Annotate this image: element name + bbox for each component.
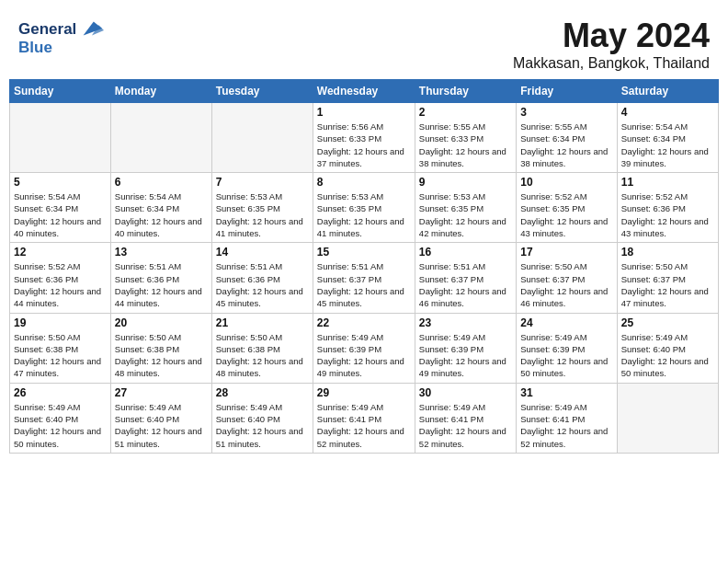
calendar-week-row: 5Sunrise: 5:54 AMSunset: 6:34 PMDaylight… [10,173,719,243]
calendar-cell: 4Sunrise: 5:54 AMSunset: 6:34 PMDaylight… [617,103,718,173]
day-of-week-header: Thursday [415,80,516,103]
calendar-cell: 18Sunrise: 5:50 AMSunset: 6:37 PMDayligh… [617,243,718,313]
day-number: 21 [216,316,309,329]
logo-icon [78,17,104,42]
day-info: Sunrise: 5:54 AMSunset: 6:34 PMDaylight:… [14,190,107,239]
calendar-cell: 14Sunrise: 5:51 AMSunset: 6:36 PMDayligh… [211,243,313,313]
calendar-cell: 20Sunrise: 5:50 AMSunset: 6:38 PMDayligh… [110,313,211,383]
calendar-cell: 29Sunrise: 5:49 AMSunset: 6:41 PMDayligh… [313,383,415,453]
calendar-cell: 8Sunrise: 5:53 AMSunset: 6:35 PMDaylight… [313,173,415,243]
day-number: 16 [419,246,512,259]
calendar-week-row: 26Sunrise: 5:49 AMSunset: 6:40 PMDayligh… [10,383,719,453]
day-number: 25 [621,316,714,329]
day-number: 4 [621,106,714,119]
day-number: 26 [14,386,107,399]
day-number: 9 [419,176,512,189]
calendar-cell: 24Sunrise: 5:49 AMSunset: 6:39 PMDayligh… [517,313,617,383]
calendar-cell: 30Sunrise: 5:49 AMSunset: 6:41 PMDayligh… [415,383,516,453]
calendar-week-row: 12Sunrise: 5:52 AMSunset: 6:36 PMDayligh… [10,243,719,313]
calendar-cell: 1Sunrise: 5:56 AMSunset: 6:33 PMDaylight… [313,103,415,173]
day-info: Sunrise: 5:50 AMSunset: 6:37 PMDaylight:… [520,260,612,309]
location-title: Makkasan, Bangkok, Thailand [513,55,710,72]
calendar-cell: 2Sunrise: 5:55 AMSunset: 6:33 PMDaylight… [415,103,516,173]
day-info: Sunrise: 5:49 AMSunset: 6:40 PMDaylight:… [115,401,208,450]
calendar-cell: 28Sunrise: 5:49 AMSunset: 6:40 PMDayligh… [211,383,313,453]
day-number: 24 [520,316,612,329]
day-info: Sunrise: 5:50 AMSunset: 6:38 PMDaylight:… [115,331,208,380]
calendar-cell: 27Sunrise: 5:49 AMSunset: 6:40 PMDayligh… [110,383,211,453]
day-number: 10 [520,176,612,189]
calendar-cell: 21Sunrise: 5:50 AMSunset: 6:38 PMDayligh… [211,313,313,383]
day-info: Sunrise: 5:51 AMSunset: 6:36 PMDaylight:… [216,260,309,309]
day-info: Sunrise: 5:49 AMSunset: 6:41 PMDaylight:… [419,401,512,450]
day-number: 6 [115,176,208,189]
calendar-cell: 6Sunrise: 5:54 AMSunset: 6:34 PMDaylight… [110,173,211,243]
day-number: 15 [317,246,411,259]
day-info: Sunrise: 5:49 AMSunset: 6:41 PMDaylight:… [317,401,411,450]
day-number: 3 [520,106,612,119]
day-number: 11 [621,176,714,189]
calendar-cell: 26Sunrise: 5:49 AMSunset: 6:40 PMDayligh… [10,383,111,453]
day-info: Sunrise: 5:52 AMSunset: 6:36 PMDaylight:… [14,260,107,309]
calendar-cell [110,103,211,173]
day-info: Sunrise: 5:49 AMSunset: 6:40 PMDaylight:… [14,401,107,450]
day-number: 27 [115,386,208,399]
logo: General Blue [18,17,104,57]
calendar-cell: 16Sunrise: 5:51 AMSunset: 6:37 PMDayligh… [415,243,516,313]
calendar-cell: 17Sunrise: 5:50 AMSunset: 6:37 PMDayligh… [517,243,617,313]
day-info: Sunrise: 5:51 AMSunset: 6:36 PMDaylight:… [115,260,208,309]
day-number: 28 [216,386,309,399]
day-of-week-header: Monday [110,80,211,103]
calendar-cell: 9Sunrise: 5:53 AMSunset: 6:35 PMDaylight… [415,173,516,243]
day-info: Sunrise: 5:56 AMSunset: 6:33 PMDaylight:… [317,121,411,169]
day-info: Sunrise: 5:54 AMSunset: 6:34 PMDaylight:… [115,190,208,239]
day-info: Sunrise: 5:51 AMSunset: 6:37 PMDaylight:… [317,260,411,309]
calendar-cell: 19Sunrise: 5:50 AMSunset: 6:38 PMDayligh… [10,313,111,383]
day-info: Sunrise: 5:53 AMSunset: 6:35 PMDaylight:… [317,190,411,239]
day-number: 22 [317,316,411,329]
day-number: 20 [115,316,208,329]
day-info: Sunrise: 5:49 AMSunset: 6:40 PMDaylight:… [216,401,309,450]
day-info: Sunrise: 5:49 AMSunset: 6:39 PMDaylight:… [317,331,411,380]
day-number: 13 [115,246,208,259]
calendar-week-row: 1Sunrise: 5:56 AMSunset: 6:33 PMDaylight… [10,103,719,173]
day-number: 1 [317,106,411,119]
calendar-header-row: SundayMondayTuesdayWednesdayThursdayFrid… [10,80,719,103]
day-of-week-header: Friday [517,80,617,103]
calendar-cell [617,383,718,453]
calendar-cell: 3Sunrise: 5:55 AMSunset: 6:34 PMDaylight… [517,103,617,173]
day-info: Sunrise: 5:52 AMSunset: 6:36 PMDaylight:… [621,190,714,239]
calendar-cell: 10Sunrise: 5:52 AMSunset: 6:35 PMDayligh… [517,173,617,243]
calendar-cell: 11Sunrise: 5:52 AMSunset: 6:36 PMDayligh… [617,173,718,243]
day-number: 12 [14,246,107,259]
day-number: 5 [14,176,107,189]
day-info: Sunrise: 5:51 AMSunset: 6:37 PMDaylight:… [419,260,512,309]
calendar-cell: 22Sunrise: 5:49 AMSunset: 6:39 PMDayligh… [313,313,415,383]
logo-text: General [18,20,76,39]
month-title: May 2024 [513,17,710,55]
calendar-cell: 12Sunrise: 5:52 AMSunset: 6:36 PMDayligh… [10,243,111,313]
page-header: General Blue May 2024 Makkasan, Bangkok,… [9,9,719,75]
calendar-cell [10,103,111,173]
day-info: Sunrise: 5:49 AMSunset: 6:39 PMDaylight:… [419,331,512,380]
day-of-week-header: Saturday [617,80,718,103]
day-number: 14 [216,246,309,259]
day-number: 2 [419,106,512,119]
day-number: 18 [621,246,714,259]
day-of-week-header: Sunday [10,80,111,103]
day-info: Sunrise: 5:49 AMSunset: 6:41 PMDaylight:… [520,401,612,450]
day-info: Sunrise: 5:49 AMSunset: 6:39 PMDaylight:… [520,331,612,380]
day-info: Sunrise: 5:49 AMSunset: 6:40 PMDaylight:… [621,331,714,380]
day-info: Sunrise: 5:50 AMSunset: 6:37 PMDaylight:… [621,260,714,309]
day-number: 29 [317,386,411,399]
day-info: Sunrise: 5:50 AMSunset: 6:38 PMDaylight:… [216,331,309,380]
calendar-cell: 7Sunrise: 5:53 AMSunset: 6:35 PMDaylight… [211,173,313,243]
day-info: Sunrise: 5:55 AMSunset: 6:33 PMDaylight:… [419,121,512,169]
day-info: Sunrise: 5:55 AMSunset: 6:34 PMDaylight:… [520,121,612,169]
day-info: Sunrise: 5:53 AMSunset: 6:35 PMDaylight:… [216,190,309,239]
day-of-week-header: Wednesday [313,80,415,103]
day-info: Sunrise: 5:54 AMSunset: 6:34 PMDaylight:… [621,121,714,169]
day-number: 17 [520,246,612,259]
day-number: 7 [216,176,309,189]
day-info: Sunrise: 5:53 AMSunset: 6:35 PMDaylight:… [419,190,512,239]
